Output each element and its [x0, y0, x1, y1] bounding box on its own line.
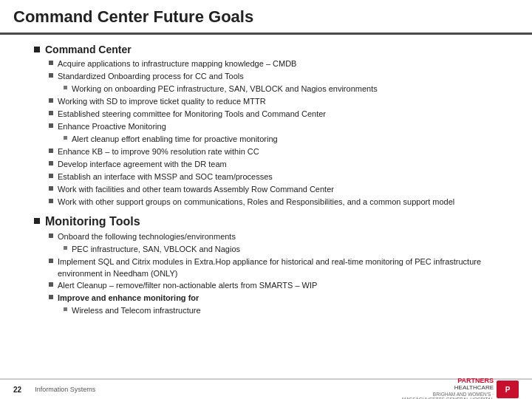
item-text: Work with other support groups on commun…: [58, 197, 454, 208]
list-item: Working on onboarding PEC infrastructure…: [13, 83, 519, 95]
list-item: Establish an interface with MSSP and SOC…: [13, 171, 519, 183]
item-text: PEC infrastructure, SAN, VBLOCK and Nagi…: [72, 244, 240, 256]
list-item: Work with facilities and other team towa…: [13, 184, 519, 196]
slide-title: Command Center Future Goals: [13, 7, 519, 27]
bullet-icon: [49, 98, 53, 103]
list-item: Develop interface agreement with the DR …: [13, 159, 519, 171]
bullet-icon: [49, 174, 53, 178]
content-area: Command Center Acquire applications to i…: [0, 35, 532, 378]
section-bullet-icon: [34, 218, 40, 224]
item-text: Working on onboarding PEC infrastructure…: [72, 83, 378, 95]
section-bullet-icon: [34, 47, 40, 52]
bullet-icon: [49, 295, 53, 299]
bullet-icon: [49, 199, 53, 203]
section-command-center-title: Command Center: [45, 42, 132, 57]
section-monitoring-tools: Monitoring Tools: [13, 213, 519, 230]
page-number: 22: [13, 386, 21, 394]
list-item: Alert cleanup effort enabling time for p…: [13, 134, 519, 146]
list-item: Work with other support groups on commun…: [13, 197, 519, 208]
logo-hospital: BRIGHAM AND WOMEN'S · MASSACHUSETTS GENE…: [390, 392, 494, 399]
bullet-icon: [64, 136, 67, 140]
bullet-icon: [49, 186, 53, 191]
bullet-icon: [49, 161, 53, 166]
list-item: Improve and enhance monitoring for: [13, 293, 519, 304]
bullet-icon: [49, 282, 53, 287]
item-text: Implement SQL and Citrix modules in Extr…: [58, 256, 519, 280]
bullet-icon: [64, 246, 67, 250]
item-text: Acquire applications to infrastructure m…: [58, 58, 296, 70]
bullet-icon: [49, 61, 53, 65]
bullet-icon: [64, 307, 67, 311]
list-item: Wireless and Telecom infrastructure: [13, 305, 519, 317]
section-monitoring-title: Monitoring Tools: [45, 213, 140, 230]
list-item: Established steering committee for Monit…: [13, 109, 519, 120]
item-text: Establish an interface with MSSP and SOC…: [58, 171, 273, 183]
item-text-bold: Improve and enhance monitoring for: [58, 293, 199, 304]
list-item: Enhance KB – to improve 90% resolution r…: [13, 146, 519, 158]
item-text: Work with facilities and other team towa…: [58, 184, 334, 196]
list-item: Working with SD to improve ticket qualit…: [13, 96, 519, 108]
item-text: Standardized Onboarding process for CC a…: [58, 71, 244, 83]
item-text: Alert cleanup effort enabling time for p…: [72, 134, 278, 146]
list-item: Implement SQL and Citrix modules in Extr…: [13, 256, 519, 280]
bullet-icon: [49, 73, 53, 78]
footer-label: Information Systems: [35, 386, 95, 393]
logo-area: PARTNERS HEALTHCARE BRIGHAM AND WOMEN'S …: [390, 377, 519, 399]
item-text: Onboard the following technologies/envir…: [58, 231, 236, 243]
slide-page: Command Center Future Goals Command Cent…: [0, 0, 532, 399]
list-item: PEC infrastructure, SAN, VBLOCK and Nagi…: [13, 244, 519, 256]
bullet-icon: [49, 259, 53, 263]
item-text: Established steering committee for Monit…: [58, 109, 326, 120]
logo-partners: PARTNERS: [390, 377, 494, 385]
bullet-icon: [49, 111, 53, 115]
bullet-icon: [64, 86, 67, 89]
list-item: Enhance Proactive Monitoring: [13, 121, 519, 133]
slide-footer: 22 Information Systems PARTNERS HEALTHCA…: [0, 378, 532, 399]
logo-text: PARTNERS HEALTHCARE BRIGHAM AND WOMEN'S …: [390, 377, 494, 399]
list-item: Acquire applications to infrastructure m…: [13, 58, 519, 70]
item-text: Working with SD to improve ticket qualit…: [58, 96, 266, 108]
section-command-center: Command Center: [13, 42, 519, 57]
item-text: Enhance Proactive Monitoring: [58, 121, 166, 133]
list-item: Onboard the following technologies/envir…: [13, 231, 519, 243]
list-item: Standardized Onboarding process for CC a…: [13, 71, 519, 83]
list-item: Alert Cleanup – remove/filter non-action…: [13, 280, 519, 292]
bullet-icon: [49, 123, 53, 128]
svg-text:P: P: [505, 386, 511, 394]
item-text: Alert Cleanup – remove/filter non-action…: [58, 280, 317, 292]
title-bar: Command Center Future Goals: [0, 0, 532, 35]
item-text: Develop interface agreement with the DR …: [58, 159, 227, 171]
bullet-icon: [49, 149, 53, 153]
bullet-icon: [49, 233, 53, 238]
item-text: Enhance KB – to improve 90% resolution r…: [58, 146, 259, 158]
logo-healthcare: HEALTHCARE: [390, 384, 494, 392]
logo-icon: P: [497, 381, 519, 398]
item-text: Wireless and Telecom infrastructure: [72, 305, 201, 317]
